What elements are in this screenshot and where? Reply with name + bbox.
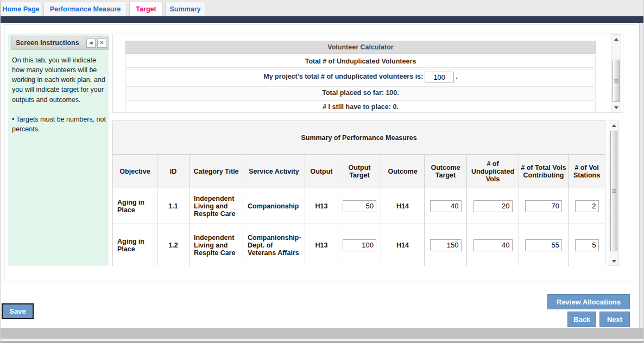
- id-cell: 1.1: [157, 188, 190, 224]
- col-header-id: ID: [157, 155, 190, 188]
- collapse-panel-button[interactable]: ◄: [86, 39, 96, 48]
- back-button[interactable]: Back: [567, 312, 596, 327]
- arrow-down-icon: [612, 260, 616, 263]
- review-allocations-button[interactable]: Review Allocations: [547, 294, 630, 309]
- outcome-target-input[interactable]: [430, 200, 462, 212]
- volunteer-calculator-region: Volunteer Calculator Total # of Unduplic…: [112, 34, 623, 113]
- performance-measures-table: Summary of Performance Measures Objectiv…: [112, 120, 605, 266]
- calculator-input-label: My project's total # of unduplicated vol…: [263, 73, 423, 80]
- screen-instructions-title: Screen Instructions: [12, 39, 86, 47]
- table-row: Aging in Place 1.1 Independent Living an…: [113, 188, 605, 224]
- arrow-down-icon: [614, 106, 618, 109]
- output-target-input[interactable]: [343, 200, 376, 212]
- volunteer-calculator-table: Volunteer Calculator Total # of Unduplic…: [125, 41, 596, 113]
- col-header-service-activity: Service Activity: [243, 155, 305, 188]
- tab-performance-measure[interactable]: Performance Measure: [43, 2, 127, 16]
- tab-bar: Home Page Performance Measure Target Sum…: [1, 0, 644, 16]
- grip-icon: [612, 191, 616, 192]
- col-header-output-target: Output Target: [338, 155, 381, 188]
- tab-target[interactable]: Target: [129, 2, 163, 16]
- output-cell: H13: [305, 188, 338, 224]
- tab-summary[interactable]: Summary: [165, 2, 205, 16]
- performance-table-scrollbar[interactable]: [609, 120, 619, 266]
- col-header-unduplicated-vols: # of Unduplicated Vols: [467, 155, 519, 188]
- activity-cell: Companionship: [243, 188, 305, 224]
- vol-stations-input[interactable]: [575, 239, 599, 251]
- scrollbar-thumb[interactable]: [613, 60, 620, 102]
- id-cell: 1.2: [157, 224, 190, 266]
- arrow-up-icon: [614, 38, 618, 41]
- screen-instructions-header: Screen Instructions ◄ ✕: [11, 36, 109, 50]
- scroll-up-button[interactable]: [611, 35, 621, 43]
- col-header-output: Output: [305, 155, 338, 188]
- still-to-place-text: # I still have to place: 0.: [125, 100, 596, 113]
- close-panel-button[interactable]: ✕: [97, 39, 106, 48]
- instructions-note: • Targets must be numbers, not percents.: [12, 115, 106, 134]
- total-vols-input[interactable]: [525, 200, 562, 212]
- col-header-total-vols-contributing: # of Total Vols Contributing: [519, 155, 569, 188]
- tab-home-page[interactable]: Home Page: [1, 2, 41, 16]
- calculator-subtitle: Total # of Unduplicated Volunteers: [125, 55, 596, 68]
- performance-measures-region: Summary of Performance Measures Objectiv…: [112, 120, 623, 266]
- vol-stations-input[interactable]: [575, 200, 599, 212]
- scrollbar-thumb[interactable]: [610, 131, 617, 251]
- save-button[interactable]: Save: [2, 303, 34, 319]
- total-vols-input[interactable]: [525, 239, 562, 251]
- scroll-down-button[interactable]: [609, 257, 618, 265]
- footer-bar: [1, 328, 644, 339]
- unduplicated-volunteers-input[interactable]: [425, 72, 454, 82]
- collapse-arrow-icon: ◄: [89, 40, 94, 46]
- outcome-cell: H14: [381, 188, 425, 224]
- total-placed-text: Total placed so far: 100.: [125, 86, 596, 99]
- scroll-up-button[interactable]: [609, 121, 618, 130]
- right-gutter: [639, 23, 644, 328]
- unduplicated-vols-input[interactable]: [473, 200, 513, 212]
- screen-instructions-panel: Screen Instructions ◄ ✕ On this tab, you…: [8, 34, 109, 266]
- category-cell: Independent Living and Respite Care: [190, 224, 243, 266]
- grip-icon: [614, 81, 618, 81]
- category-cell: Independent Living and Respite Care: [190, 188, 243, 224]
- unduplicated-vols-input[interactable]: [473, 239, 513, 251]
- outcome-cell: H14: [381, 224, 425, 266]
- close-icon: ✕: [99, 40, 104, 46]
- arrow-up-icon: [612, 124, 616, 127]
- col-header-outcome-target: Outcome Target: [425, 155, 467, 188]
- outcome-target-input[interactable]: [430, 239, 462, 251]
- table-row: Aging in Place 1.2 Independent Living an…: [113, 224, 605, 266]
- output-cell: H13: [305, 224, 338, 266]
- calculator-scrollbar[interactable]: [611, 34, 621, 112]
- col-header-category-title: Category Title: [190, 155, 243, 188]
- calculator-input-suffix: .: [456, 73, 457, 80]
- objective-cell: Aging in Place: [113, 188, 157, 224]
- col-header-outcome: Outcome: [381, 155, 425, 188]
- col-header-objective: Objective: [113, 155, 157, 188]
- col-header-vol-stations: # of Vol Stations: [569, 155, 605, 188]
- objective-cell: Aging in Place: [113, 224, 157, 266]
- performance-measures-title: Summary of Performance Measures: [113, 121, 605, 155]
- calculator-input-row: My project's total # of unduplicated vol…: [125, 69, 596, 85]
- calculator-title: Volunteer Calculator: [125, 41, 596, 54]
- instructions-paragraph: On this tab, you will indicate how many …: [12, 55, 106, 105]
- scroll-down-button[interactable]: [611, 103, 621, 112]
- header-divider-bar: [1, 16, 644, 23]
- activity-cell: Companionship-Dept. of Veterans Affairs: [243, 224, 305, 266]
- next-button[interactable]: Next: [599, 312, 630, 327]
- output-target-input[interactable]: [343, 239, 376, 251]
